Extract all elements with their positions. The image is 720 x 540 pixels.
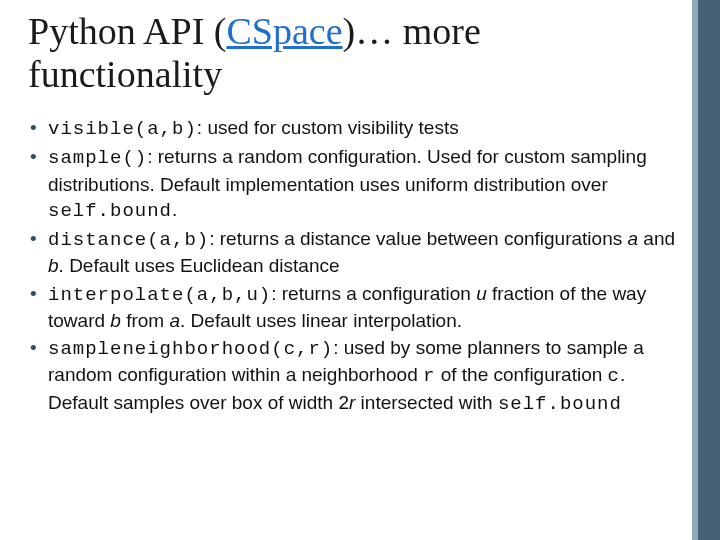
list-item: sample(): returns a random configuration… bbox=[28, 144, 678, 224]
method-signature: sample() bbox=[48, 147, 147, 169]
method-signature: visible(a,b) bbox=[48, 118, 197, 140]
bullet-list: visible(a,b): used for custom visibility… bbox=[28, 115, 678, 417]
title-link[interactable]: CSpace bbox=[226, 10, 342, 52]
list-item: sampleneighborhood(c,r): used by some pl… bbox=[28, 335, 678, 417]
list-item: distance(a,b): returns a distance value … bbox=[28, 226, 678, 279]
var-span: u bbox=[476, 283, 487, 304]
var-span: b bbox=[110, 310, 121, 331]
method-signature: interpolate(a,b,u) bbox=[48, 284, 271, 306]
var-span: a bbox=[628, 228, 639, 249]
accent-sidebar bbox=[692, 0, 720, 540]
code-span: self.bound bbox=[498, 393, 622, 415]
method-signature: distance(a,b) bbox=[48, 229, 209, 251]
code-span: r bbox=[423, 365, 435, 387]
method-signature: sampleneighborhood(c,r) bbox=[48, 338, 333, 360]
desc-text: . bbox=[172, 199, 177, 220]
accent-sidebar-inner bbox=[692, 0, 698, 540]
desc-text: . Default uses linear interpolation. bbox=[180, 310, 462, 331]
list-item: visible(a,b): used for custom visibility… bbox=[28, 115, 678, 142]
var-span: a bbox=[169, 310, 180, 331]
slide-content: Python API (CSpace)… more functionality … bbox=[28, 10, 678, 419]
desc-text: of the configuration bbox=[435, 364, 607, 385]
code-span: self.bound bbox=[48, 200, 172, 222]
desc-text: . Default uses Euclidean distance bbox=[59, 255, 340, 276]
slide-title: Python API (CSpace)… more functionality bbox=[28, 10, 678, 95]
desc-text: : used for custom visibility tests bbox=[197, 117, 459, 138]
desc-text: : returns a distance value between confi… bbox=[209, 228, 627, 249]
desc-text: : returns a configuration bbox=[271, 283, 476, 304]
var-span: b bbox=[48, 255, 59, 276]
desc-text: intersected with bbox=[355, 392, 498, 413]
desc-text: and bbox=[638, 228, 675, 249]
code-span: c bbox=[608, 365, 620, 387]
desc-text: from bbox=[121, 310, 170, 331]
list-item: interpolate(a,b,u): returns a configurat… bbox=[28, 281, 678, 334]
title-pre: Python API ( bbox=[28, 10, 226, 52]
